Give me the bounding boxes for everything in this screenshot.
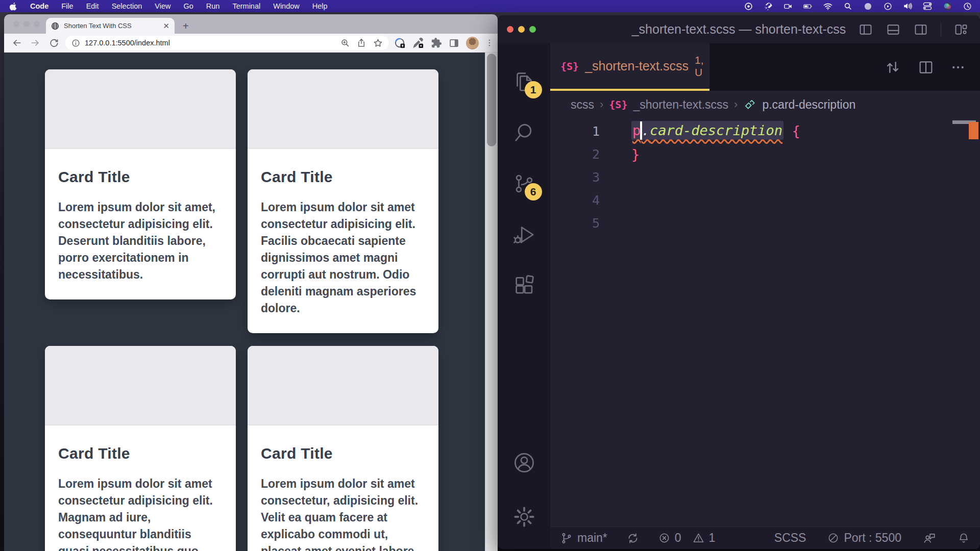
overview-ruler-warning-marker: [969, 122, 978, 139]
clock-icon[interactable]: [963, 2, 972, 11]
address-bar[interactable]: 127.0.0.1:5500/index.html: [65, 36, 389, 50]
menu-dots-icon[interactable]: ⋮: [485, 41, 492, 44]
forward-icon[interactable]: [29, 36, 42, 49]
menu-item-view[interactable]: View: [155, 2, 170, 10]
settings-gear-icon[interactable]: [511, 504, 537, 530]
menu-item-terminal[interactable]: Terminal: [232, 2, 260, 10]
minimize-window-button[interactable]: [23, 21, 30, 27]
chevron-right-icon: ›: [734, 98, 738, 111]
rocket-icon[interactable]: [764, 2, 773, 11]
vscode-title-bar[interactable]: _shorten-text.scss — shorten-text-css: [498, 15, 980, 43]
video-camera-icon[interactable]: [783, 2, 793, 11]
extensions-puzzle-icon[interactable]: [431, 37, 442, 48]
source-control-icon[interactable]: 6: [511, 171, 537, 196]
search-icon[interactable]: [843, 2, 852, 11]
favicon-globe-icon: [51, 22, 59, 30]
tab-shorten-text-scss[interactable]: {S} _shorten-text.scss 1, U: [550, 43, 709, 91]
sidepanel-icon[interactable]: [449, 38, 459, 48]
browser-scrollbar[interactable]: [485, 53, 498, 551]
bookmark-star-icon[interactable]: [373, 38, 383, 48]
code-line-4[interactable]: 4: [550, 189, 980, 212]
menu-item-go[interactable]: Go: [183, 2, 193, 10]
menu-item-window[interactable]: Window: [273, 2, 300, 10]
battery-icon[interactable]: [803, 2, 813, 11]
split-editor-icon[interactable]: [918, 59, 934, 76]
browser-window-controls[interactable]: [13, 21, 40, 27]
code-line-5[interactable]: 5: [550, 212, 980, 235]
language-mode-item[interactable]: SCSS: [774, 531, 806, 545]
chevron-right-icon: ›: [600, 98, 603, 111]
extensions-icon[interactable]: [511, 273, 537, 298]
line-number: 2: [550, 147, 600, 162]
customize-layout-icon[interactable]: [953, 22, 969, 37]
code-line-2[interactable]: 2 }: [550, 143, 980, 166]
site-info-icon[interactable]: [71, 39, 80, 47]
browser-tab[interactable]: Shorten Text With CSS ✕: [46, 18, 175, 34]
vscode-window-controls[interactable]: [507, 26, 536, 33]
breadcrumb-symbol[interactable]: p.card-description: [762, 98, 855, 112]
port-icon: [827, 532, 839, 544]
git-branch-item[interactable]: main*: [560, 531, 607, 545]
open-changes-icon[interactable]: [884, 59, 901, 76]
explorer-files-icon[interactable]: 1: [511, 69, 537, 94]
code-line-1[interactable]: 1 p.card-description {: [550, 120, 980, 143]
url-text[interactable]: 127.0.0.1:5500/index.html: [85, 39, 170, 47]
more-actions-icon[interactable]: [950, 60, 966, 75]
toggle-panel-icon[interactable]: [886, 22, 901, 37]
menu-item-file[interactable]: File: [61, 2, 73, 10]
tab-close-icon[interactable]: ✕: [163, 22, 169, 30]
volume-icon[interactable]: [903, 2, 912, 11]
password-extension-icon[interactable]: [394, 37, 406, 49]
window-title: _shorten-text.scss — shorten-text-css: [632, 22, 846, 37]
share-icon[interactable]: [357, 38, 366, 47]
recording-dot-icon[interactable]: [863, 2, 872, 11]
profile-avatar[interactable]: [466, 37, 479, 49]
close-window-button[interactable]: [507, 26, 513, 33]
breadcrumb-folder[interactable]: scss: [571, 98, 594, 112]
colorpicker-extension-icon[interactable]: [412, 37, 424, 49]
sync-changes-item[interactable]: [627, 532, 639, 544]
feedback-item[interactable]: [923, 532, 936, 545]
scrollbar-thumb[interactable]: [487, 54, 496, 146]
problems-item[interactable]: 0 1: [658, 531, 716, 545]
siri-icon[interactable]: [943, 2, 952, 11]
apple-logo-icon[interactable]: [8, 2, 17, 11]
card-description: Lorem ipsum dolor sit amet consectetur, …: [261, 475, 425, 551]
run-debug-icon[interactable]: [511, 222, 537, 247]
menu-item-code[interactable]: Code: [30, 2, 48, 10]
close-window-button[interactable]: [13, 21, 19, 27]
card: Card Title Lorem ipsum dolor sit amet co…: [248, 69, 438, 333]
maximize-window-button[interactable]: [34, 21, 40, 27]
menu-item-run[interactable]: Run: [206, 2, 220, 10]
wifi-icon[interactable]: [823, 2, 832, 11]
code-editor[interactable]: 1 p.card-description { 2 } 3 4 5: [550, 118, 980, 527]
explorer-badge: 1: [525, 81, 542, 98]
minimize-window-button[interactable]: [518, 26, 525, 33]
menu-item-help[interactable]: Help: [312, 2, 328, 10]
new-tab-button[interactable]: +: [183, 21, 189, 31]
toggle-secondary-sidebar-icon[interactable]: [913, 22, 928, 37]
breadcrumb-file[interactable]: _shorten-text.scss: [633, 98, 728, 112]
screen-share-icon[interactable]: [883, 2, 892, 11]
toggle-sidebar-icon[interactable]: [858, 22, 873, 37]
live-server-port-item[interactable]: Port : 5500: [827, 531, 901, 545]
branch-name: main*: [577, 531, 607, 545]
symbol-class-icon: [743, 98, 756, 111]
back-icon[interactable]: [10, 36, 23, 49]
account-icon[interactable]: [511, 450, 537, 475]
card-description: Lorem ipsum dolor sit amet consectetur a…: [261, 199, 425, 317]
screen-record-icon[interactable]: [744, 2, 753, 11]
notifications-item[interactable]: [958, 532, 970, 544]
text-cursor: [640, 121, 642, 140]
card-image-placeholder: [248, 346, 438, 425]
control-center-icon[interactable]: [923, 2, 932, 11]
tab-problems-badge: 1, U: [695, 54, 704, 79]
code-line-3[interactable]: 3: [550, 166, 980, 189]
zoom-icon[interactable]: [340, 38, 350, 47]
menu-item-selection[interactable]: Selection: [112, 2, 142, 10]
status-bar: main* 0 1 SCSS Port : 5500: [550, 527, 980, 549]
maximize-window-button[interactable]: [529, 26, 536, 33]
menu-item-edit[interactable]: Edit: [86, 2, 99, 10]
search-icon[interactable]: [511, 120, 537, 145]
reload-icon[interactable]: [47, 36, 60, 49]
